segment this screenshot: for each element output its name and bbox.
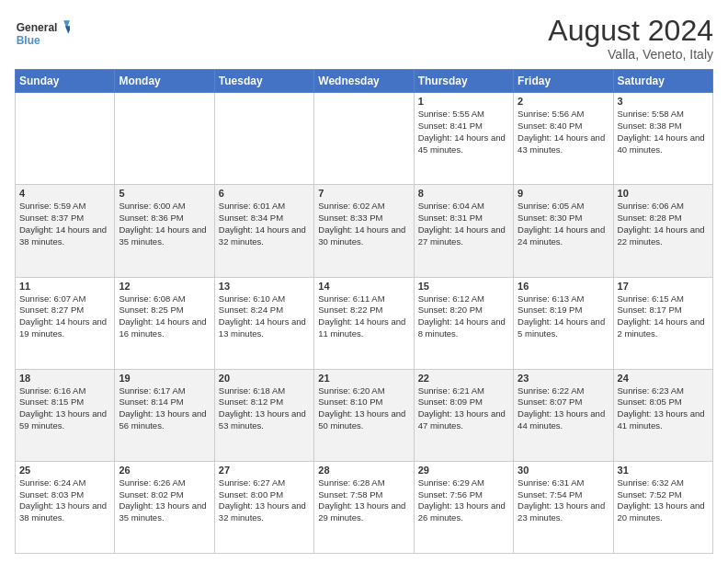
- day-info-line: Daylight: 13 hours and 23 minutes.: [518, 500, 609, 524]
- day-number: 11: [19, 281, 110, 292]
- day-info-line: Sunset: 8:41 PM: [418, 121, 509, 132]
- day-info-line: Sunset: 8:05 PM: [618, 396, 709, 408]
- day-info-line: Sunrise: 6:01 AM: [219, 201, 310, 213]
- day-info-line: Daylight: 13 hours and 47 minutes.: [418, 408, 509, 432]
- subtitle: Valla, Veneto, Italy: [548, 47, 713, 62]
- day-info-line: Sunset: 8:00 PM: [219, 489, 310, 501]
- calendar-cell-3-4: 14Sunrise: 6:11 AMSunset: 8:22 PMDayligh…: [314, 277, 414, 369]
- calendar-cell-1-3: [214, 93, 313, 185]
- day-info-line: Sunset: 8:31 PM: [418, 213, 509, 224]
- day-info-line: Sunrise: 5:58 AM: [618, 109, 709, 121]
- day-info-line: Sunset: 8:22 PM: [318, 304, 409, 316]
- col-sunday: Sunday: [16, 70, 115, 93]
- day-number: 17: [618, 281, 709, 292]
- day-number: 25: [19, 465, 110, 476]
- day-info-line: Sunrise: 5:56 AM: [518, 109, 609, 121]
- calendar-cell-1-6: 2Sunrise: 5:56 AMSunset: 8:40 PMDaylight…: [514, 93, 613, 185]
- day-info-line: Sunrise: 6:20 AM: [318, 385, 409, 397]
- day-info-line: Sunset: 8:25 PM: [119, 304, 210, 316]
- day-info-line: Daylight: 14 hours and 13 minutes.: [219, 316, 310, 340]
- day-info-line: Sunset: 7:52 PM: [618, 489, 709, 501]
- calendar-cell-4-5: 22Sunrise: 6:21 AMSunset: 8:09 PMDayligh…: [414, 369, 513, 461]
- day-info-line: Sunrise: 6:07 AM: [19, 293, 110, 305]
- day-number: 30: [518, 465, 609, 476]
- col-wednesday: Wednesday: [314, 70, 414, 93]
- day-number: 24: [618, 373, 709, 384]
- day-info-line: Sunrise: 6:05 AM: [518, 201, 609, 213]
- day-info-line: Daylight: 14 hours and 2 minutes.: [618, 316, 709, 340]
- day-info-line: Sunrise: 6:06 AM: [618, 201, 709, 213]
- calendar-cell-5-4: 28Sunrise: 6:28 AMSunset: 7:58 PMDayligh…: [314, 461, 414, 553]
- day-number: 3: [618, 96, 709, 107]
- day-info-line: Sunrise: 6:21 AM: [418, 385, 509, 397]
- day-info-line: Sunset: 8:36 PM: [119, 213, 210, 224]
- day-info-line: Sunset: 7:58 PM: [318, 489, 409, 501]
- day-number: 9: [518, 188, 609, 199]
- day-number: 7: [318, 188, 409, 199]
- day-number: 16: [518, 281, 609, 292]
- calendar-cell-4-1: 18Sunrise: 6:16 AMSunset: 8:15 PMDayligh…: [16, 369, 115, 461]
- day-info-line: Daylight: 13 hours and 56 minutes.: [119, 408, 210, 432]
- day-info-line: Sunset: 8:14 PM: [119, 396, 210, 408]
- day-info-line: Sunrise: 6:24 AM: [19, 477, 110, 489]
- logo-svg: General Blue: [15, 15, 70, 52]
- page: General Blue August 2024 Valla, Veneto, …: [0, 0, 728, 563]
- day-info-line: Sunrise: 6:02 AM: [318, 201, 409, 213]
- calendar-cell-4-3: 20Sunrise: 6:18 AMSunset: 8:12 PMDayligh…: [214, 369, 313, 461]
- day-info-line: Sunset: 8:27 PM: [19, 304, 110, 316]
- day-number: 5: [119, 188, 210, 199]
- day-info-line: Sunrise: 6:17 AM: [119, 385, 210, 397]
- main-title: August 2024: [548, 15, 713, 47]
- day-info-line: Sunrise: 6:08 AM: [119, 293, 210, 305]
- day-info-line: Daylight: 13 hours and 26 minutes.: [418, 500, 509, 524]
- day-info-line: Daylight: 13 hours and 35 minutes.: [119, 500, 210, 524]
- day-info-line: Daylight: 14 hours and 19 minutes.: [19, 316, 110, 340]
- day-info-line: Sunset: 8:38 PM: [618, 121, 709, 132]
- day-info-line: Daylight: 14 hours and 22 minutes.: [618, 224, 709, 248]
- col-monday: Monday: [115, 70, 214, 93]
- day-info-line: Sunrise: 6:12 AM: [418, 293, 509, 305]
- day-number: 28: [318, 465, 409, 476]
- day-info-line: Sunrise: 6:15 AM: [618, 293, 709, 305]
- day-number: 13: [219, 281, 310, 292]
- day-info-line: Sunrise: 6:18 AM: [219, 385, 310, 397]
- day-number: 14: [318, 281, 409, 292]
- calendar-cell-2-1: 4Sunrise: 5:59 AMSunset: 8:37 PMDaylight…: [16, 185, 115, 277]
- calendar-cell-2-3: 6Sunrise: 6:01 AMSunset: 8:34 PMDaylight…: [214, 185, 313, 277]
- svg-marker-3: [65, 26, 70, 34]
- day-number: 1: [418, 96, 509, 107]
- day-info-line: Sunrise: 6:04 AM: [418, 201, 509, 213]
- svg-text:General: General: [17, 21, 58, 34]
- day-number: 26: [119, 465, 210, 476]
- calendar-cell-4-4: 21Sunrise: 6:20 AMSunset: 8:10 PMDayligh…: [314, 369, 414, 461]
- day-info-line: Sunset: 8:20 PM: [418, 304, 509, 316]
- day-info-line: Sunset: 8:15 PM: [19, 396, 110, 408]
- day-number: 29: [418, 465, 509, 476]
- calendar-cell-3-1: 11Sunrise: 6:07 AMSunset: 8:27 PMDayligh…: [16, 277, 115, 369]
- day-info-line: Sunset: 8:03 PM: [19, 489, 110, 501]
- day-info-line: Sunrise: 6:10 AM: [219, 293, 310, 305]
- calendar-cell-2-5: 8Sunrise: 6:04 AMSunset: 8:31 PMDaylight…: [414, 185, 513, 277]
- day-info-line: Sunset: 8:33 PM: [318, 213, 409, 224]
- day-info-line: Sunset: 8:10 PM: [318, 396, 409, 408]
- day-info-line: Sunrise: 6:16 AM: [19, 385, 110, 397]
- calendar-cell-1-5: 1Sunrise: 5:55 AMSunset: 8:41 PMDaylight…: [414, 93, 513, 185]
- day-info-line: Sunset: 8:07 PM: [518, 396, 609, 408]
- calendar-week-3: 11Sunrise: 6:07 AMSunset: 8:27 PMDayligh…: [16, 277, 713, 369]
- day-info-line: Sunrise: 6:23 AM: [618, 385, 709, 397]
- day-info-line: Sunrise: 6:31 AM: [518, 477, 609, 489]
- day-number: 15: [418, 281, 509, 292]
- day-info-line: Sunrise: 6:00 AM: [119, 201, 210, 213]
- day-info-line: Sunrise: 5:55 AM: [418, 109, 509, 121]
- day-info-line: Daylight: 13 hours and 53 minutes.: [219, 408, 310, 432]
- day-info-line: Daylight: 13 hours and 32 minutes.: [219, 500, 310, 524]
- calendar-cell-2-2: 5Sunrise: 6:00 AMSunset: 8:36 PMDaylight…: [115, 185, 214, 277]
- day-info-line: Daylight: 14 hours and 45 minutes.: [418, 132, 509, 156]
- day-info-line: Sunset: 8:30 PM: [518, 213, 609, 224]
- calendar-cell-2-6: 9Sunrise: 6:05 AMSunset: 8:30 PMDaylight…: [514, 185, 613, 277]
- calendar-week-2: 4Sunrise: 5:59 AMSunset: 8:37 PMDaylight…: [16, 185, 713, 277]
- day-number: 4: [19, 188, 110, 199]
- day-info-line: Sunset: 8:12 PM: [219, 396, 310, 408]
- calendar-week-5: 25Sunrise: 6:24 AMSunset: 8:03 PMDayligh…: [16, 461, 713, 553]
- day-info-line: Sunrise: 6:26 AM: [119, 477, 210, 489]
